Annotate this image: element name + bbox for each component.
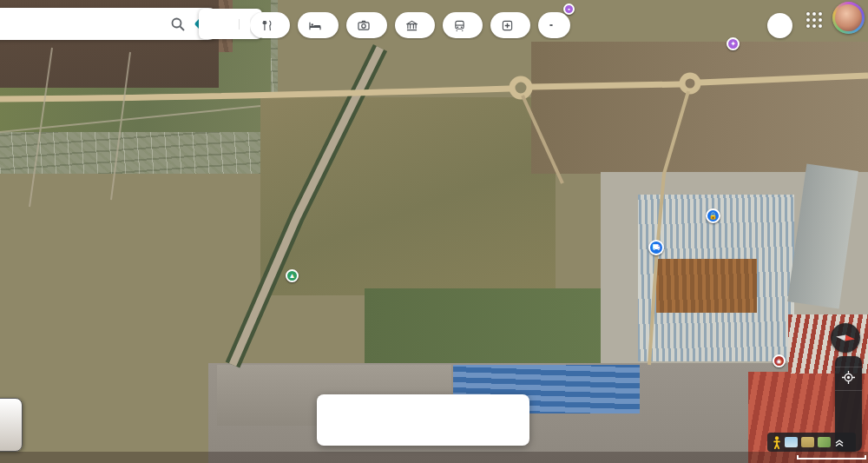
chip-entertainment[interactable] bbox=[346, 12, 387, 38]
museum-icon bbox=[406, 20, 418, 31]
nova-poshta-poi-icon[interactable]: ◉ bbox=[773, 354, 786, 367]
chip-hotels[interactable] bbox=[298, 12, 339, 38]
search-icon[interactable] bbox=[168, 14, 188, 35]
pharmacy-icon bbox=[502, 20, 513, 31]
measure-distance-card bbox=[317, 394, 529, 446]
transit-icon bbox=[454, 20, 465, 31]
chevron-up-double-icon[interactable] bbox=[834, 437, 845, 447]
roads bbox=[0, 48, 868, 365]
photo-card-partial[interactable] bbox=[0, 398, 23, 452]
my-location-icon bbox=[842, 371, 855, 384]
my-location-button[interactable] bbox=[835, 367, 862, 390]
imagery-layers-bar bbox=[767, 433, 856, 452]
imagery-thumbnail[interactable] bbox=[785, 437, 798, 447]
google-apps-icon[interactable] bbox=[806, 12, 825, 31]
chips-scroll-right-button[interactable] bbox=[767, 13, 792, 38]
compass-needle-icon bbox=[834, 327, 857, 349]
atm-icon bbox=[549, 24, 553, 26]
imagery-thumbnail[interactable] bbox=[818, 437, 831, 447]
category-chips bbox=[250, 12, 790, 40]
search-bar[interactable]: ➜ bbox=[0, 8, 224, 40]
avatar-photo bbox=[835, 4, 862, 31]
hotel-icon bbox=[309, 20, 321, 31]
camera-icon bbox=[358, 20, 370, 31]
compass-control[interactable] bbox=[831, 323, 860, 353]
scale-bar bbox=[797, 455, 866, 460]
promrynok-cart-icon[interactable]: ⛟ bbox=[648, 240, 664, 255]
footer-bar bbox=[52, 453, 866, 462]
chip-atms[interactable] bbox=[538, 12, 570, 38]
account-avatar[interactable] bbox=[832, 2, 865, 34]
race-course-park-icon[interactable]: ▲ bbox=[286, 269, 299, 282]
chip-transit[interactable] bbox=[443, 12, 483, 38]
restaurant-icon bbox=[261, 20, 273, 31]
chip-pharmacies[interactable] bbox=[490, 12, 530, 38]
price-filter-label bbox=[199, 19, 240, 30]
zoom-out-button[interactable] bbox=[835, 395, 862, 400]
kurtki-poi-icon[interactable]: 🔒 bbox=[706, 208, 720, 223]
chip-restaurants[interactable] bbox=[250, 12, 290, 38]
imagery-thumbnail[interactable] bbox=[801, 437, 814, 447]
chip-museums[interactable] bbox=[395, 12, 435, 38]
map-canvas[interactable]: ▪ ✦ 🔒 ⛟ ▲ ◉ ➜ bbox=[0, 0, 868, 463]
scale-control[interactable] bbox=[792, 455, 866, 460]
pegman-icon[interactable] bbox=[773, 436, 781, 449]
